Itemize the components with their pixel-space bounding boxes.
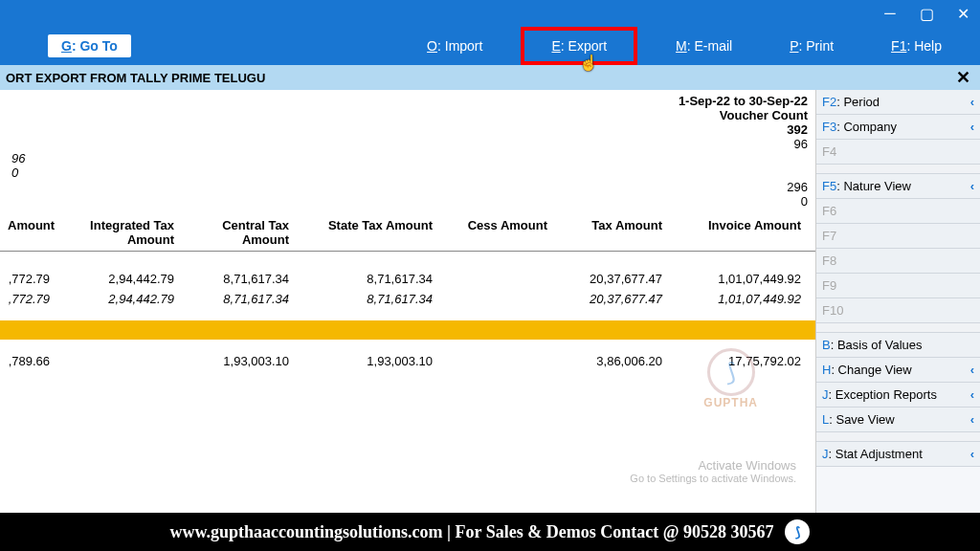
chevron-left-icon: ‹ bbox=[970, 120, 974, 134]
cell: ,772.79 bbox=[0, 292, 57, 306]
voucher-count-label: Voucher Count bbox=[0, 108, 815, 122]
side-exception-reports[interactable]: J: Exception Reports‹ bbox=[816, 383, 980, 408]
side-change-view[interactable]: H: Change View‹ bbox=[816, 358, 980, 383]
cell: ,789.66 bbox=[0, 354, 57, 368]
chevron-left-icon: ‹ bbox=[970, 387, 974, 402]
side-nature-view[interactable]: F5: Nature View‹ bbox=[816, 174, 980, 199]
goto-button[interactable]: G: Go To bbox=[48, 34, 131, 57]
col-invoice-amount: Invoice Amount bbox=[670, 218, 809, 247]
side-key: F6 bbox=[822, 204, 836, 218]
side-label: : Save View bbox=[829, 412, 894, 427]
maximize-icon[interactable]: ▢ bbox=[917, 5, 936, 23]
export-label: : Export bbox=[561, 38, 607, 54]
cell: 2,94,442.79 bbox=[57, 272, 182, 286]
cell bbox=[440, 354, 555, 368]
side-label: : Exception Reports bbox=[829, 387, 937, 402]
help-label: : Help bbox=[906, 38, 942, 54]
cell: 17,75,792.02 bbox=[670, 354, 809, 368]
side-f9[interactable]: F9 bbox=[816, 274, 980, 298]
side-panel: F2: Period‹ F3: Company‹ F4 F5: Nature V… bbox=[815, 90, 980, 520]
main-panel: 1-Sep-22 to 30-Sep-22 Voucher Count 392 … bbox=[0, 90, 815, 520]
side-f7[interactable]: F7 bbox=[816, 224, 980, 249]
data-table: Amount Integrated Tax Amount Central Tax… bbox=[0, 214, 815, 371]
cell: 20,37,677.47 bbox=[555, 292, 670, 306]
import-key: O bbox=[427, 38, 437, 54]
cell: ,772.79 bbox=[0, 272, 57, 286]
total-4: 0 bbox=[0, 194, 815, 209]
cell: 3,86,006.20 bbox=[555, 354, 670, 368]
help-menu[interactable]: F1: Help bbox=[891, 38, 942, 54]
side-key: F10 bbox=[822, 303, 843, 318]
chevron-left-icon: ‹ bbox=[970, 412, 974, 427]
side-key: F9 bbox=[822, 278, 836, 293]
side-key: F8 bbox=[822, 253, 836, 268]
cell: 1,93,003.10 bbox=[182, 354, 297, 368]
subheader: ORT EXPORT FROM TALLY PRIME TELUGU ✕ bbox=[0, 65, 980, 90]
side-gap bbox=[816, 432, 980, 442]
cursor-hand-icon: ☝ bbox=[579, 54, 598, 72]
footer-logo-icon: ⟆ bbox=[785, 519, 810, 544]
chevron-left-icon: ‹ bbox=[970, 447, 974, 461]
side-period[interactable]: F2: Period‹ bbox=[816, 90, 980, 115]
side-gap bbox=[816, 323, 980, 333]
close-icon[interactable]: ✕ bbox=[953, 5, 972, 23]
minimize-icon[interactable]: ─ bbox=[880, 5, 900, 22]
side-f4[interactable]: F4 bbox=[816, 140, 980, 165]
side-key: F5 bbox=[822, 179, 836, 193]
print-menu[interactable]: P: Print bbox=[790, 38, 834, 54]
total-3: 296 bbox=[0, 180, 815, 194]
table-row: ,789.66 1,93,003.10 1,93,003.10 3,86,006… bbox=[0, 351, 815, 371]
export-key: E bbox=[551, 38, 560, 54]
print-label: : Print bbox=[799, 38, 835, 54]
cell: 8,71,617.34 bbox=[297, 272, 440, 286]
import-menu[interactable]: O: Import bbox=[427, 38, 482, 54]
side-key: F7 bbox=[822, 229, 836, 243]
period-range: 1-Sep-22 to 30-Sep-22 bbox=[0, 94, 815, 108]
side-key: B bbox=[822, 338, 831, 352]
side-company[interactable]: F3: Company‹ bbox=[816, 115, 980, 140]
cell: 20,37,677.47 bbox=[555, 272, 670, 286]
footer-text: www.gupthaaccountingsolutions.com | For … bbox=[170, 522, 774, 542]
cell bbox=[440, 292, 555, 306]
side-basis-values[interactable]: B: Basis of Values bbox=[816, 333, 980, 358]
side-f8[interactable]: F8 bbox=[816, 249, 980, 274]
goto-label: : Go To bbox=[72, 38, 118, 54]
subheader-title: ORT EXPORT FROM TALLY PRIME TELUGU bbox=[6, 71, 265, 85]
table-row: ,772.79 2,94,442.79 8,71,617.34 8,71,617… bbox=[0, 289, 815, 309]
chevron-left-icon: ‹ bbox=[970, 95, 974, 109]
cell: 2,94,442.79 bbox=[57, 292, 182, 306]
export-menu[interactable]: E: Export ☝ bbox=[521, 27, 637, 65]
goto-key: G bbox=[61, 38, 72, 54]
side-gap bbox=[816, 165, 980, 174]
watermark-text: GUPTHA bbox=[703, 396, 758, 409]
side-label: : Company bbox=[836, 120, 897, 134]
cell bbox=[440, 272, 555, 286]
email-label: : E-mail bbox=[687, 38, 732, 54]
left-num-1: 96 bbox=[0, 151, 815, 165]
side-f10[interactable]: F10 bbox=[816, 298, 980, 323]
highlight-bar bbox=[0, 320, 815, 340]
side-key: F3 bbox=[822, 120, 836, 134]
footer-bar: www.gupthaaccountingsolutions.com | For … bbox=[0, 513, 980, 551]
cell: 8,71,617.34 bbox=[182, 292, 297, 306]
help-key: F1 bbox=[891, 38, 906, 54]
activate-windows-notice: Activate Windows Go to Settings to activ… bbox=[630, 458, 796, 484]
col-cess: Cess Amount bbox=[440, 218, 555, 247]
cell: 1,93,003.10 bbox=[297, 354, 440, 368]
side-stat-adjustment[interactable]: J: Stat Adjustment‹ bbox=[816, 442, 980, 467]
side-save-view[interactable]: L: Save View‹ bbox=[816, 408, 980, 432]
total-2: 96 bbox=[0, 137, 815, 151]
email-key: M bbox=[676, 38, 687, 54]
total-1: 392 bbox=[0, 122, 815, 137]
chevron-left-icon: ‹ bbox=[970, 179, 974, 193]
cell: 8,71,617.34 bbox=[182, 272, 297, 286]
cell: 1,01,07,449.92 bbox=[670, 292, 809, 306]
import-label: : Import bbox=[437, 38, 482, 54]
subheader-close-icon[interactable]: ✕ bbox=[956, 67, 970, 88]
chevron-left-icon: ‹ bbox=[970, 363, 974, 377]
side-f6[interactable]: F6 bbox=[816, 199, 980, 224]
col-integrated-tax: Integrated Tax Amount bbox=[57, 218, 182, 247]
left-num-2: 0 bbox=[0, 165, 815, 180]
menubar: G: Go To O: Import E: Export ☝ M: E-mail… bbox=[0, 27, 980, 65]
email-menu[interactable]: M: E-mail bbox=[676, 38, 732, 54]
